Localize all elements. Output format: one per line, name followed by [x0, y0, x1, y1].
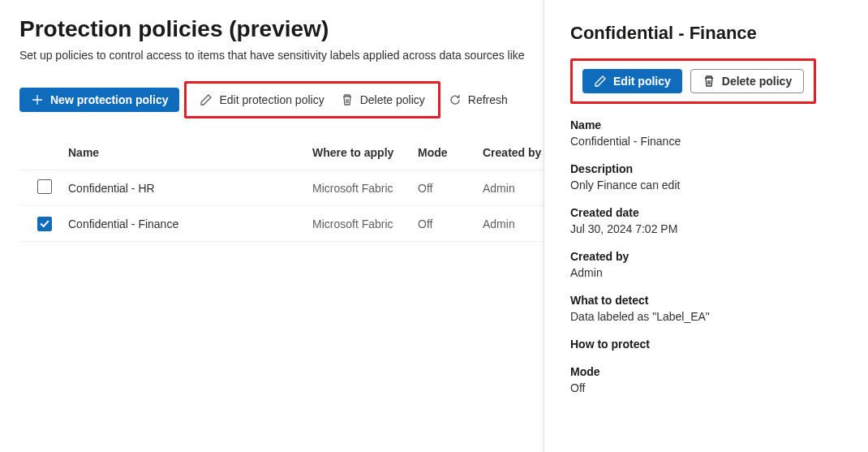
new-policy-button[interactable]: New protection policy [19, 88, 179, 112]
plus-icon [31, 93, 44, 106]
delete-policy-label: Delete policy [360, 93, 425, 106]
row-created-by: Admin [483, 217, 544, 230]
panel-delete-label: Delete policy [722, 75, 792, 88]
row-where: Microsoft Fabric [312, 182, 418, 195]
detail-mode: Mode Off [570, 365, 842, 394]
toolbar: New protection policy Edit protection po… [19, 81, 544, 118]
row-mode: Off [418, 217, 483, 230]
row-created-by: Admin [483, 182, 544, 195]
header-where[interactable]: Where to apply [312, 146, 418, 159]
delete-policy-button[interactable]: Delete policy [333, 88, 433, 111]
detail-value: Only Finance can edit [570, 179, 842, 192]
detail-what-detect: What to detect Data labeled as "Label_EA… [570, 294, 842, 323]
header-mode[interactable]: Mode [418, 146, 483, 159]
table-row[interactable]: Confidential - HR Microsoft Fabric Off A… [19, 170, 544, 206]
detail-value: Confidential - Finance [570, 135, 842, 148]
detail-created-by: Created by Admin [570, 250, 842, 279]
detail-value: Admin [570, 266, 842, 279]
detail-label: Mode [570, 365, 842, 378]
refresh-button[interactable]: Refresh [440, 88, 516, 111]
detail-label: Created by [570, 250, 842, 263]
trash-icon [703, 75, 715, 88]
refresh-icon [449, 93, 462, 106]
page-title: Protection policies (preview) [19, 16, 544, 42]
panel-edit-label: Edit policy [613, 75, 671, 88]
toolbar-highlight: Edit protection policy Delete policy [184, 81, 440, 118]
header-created-by[interactable]: Created by [483, 146, 544, 159]
table-row[interactable]: Confidential - Finance Microsoft Fabric … [19, 206, 544, 242]
row-name: Confidential - Finance [68, 217, 312, 230]
row-checkbox-col [19, 216, 68, 231]
header-name[interactable]: Name [68, 146, 312, 159]
detail-label: What to detect [570, 294, 842, 307]
panel-edit-button[interactable]: Edit policy [582, 69, 682, 93]
table-header-row: Name Where to apply Mode Created by [19, 135, 544, 170]
edit-policy-label: Edit protection policy [219, 93, 324, 106]
detail-how-protect: How to protect [570, 338, 842, 351]
row-mode: Off [418, 182, 483, 195]
detail-name: Name Confidential - Finance [570, 118, 842, 148]
pencil-icon [594, 75, 607, 88]
refresh-label: Refresh [468, 93, 508, 106]
detail-value: Jul 30, 2024 7:02 PM [570, 222, 842, 235]
detail-value: Data labeled as "Label_EA" [570, 310, 842, 323]
details-panel: Confidential - Finance Edit policy Delet… [544, 0, 868, 452]
row-where: Microsoft Fabric [312, 217, 418, 230]
page-description: Set up policies to control access to ite… [19, 49, 544, 62]
panel-title: Confidential - Finance [570, 23, 842, 44]
row-checkbox[interactable] [37, 217, 52, 231]
new-policy-label: New protection policy [50, 93, 168, 106]
pencil-icon [200, 93, 213, 106]
trash-icon [341, 93, 354, 106]
panel-actions-highlight: Edit policy Delete policy [570, 58, 816, 104]
detail-label: How to protect [570, 338, 842, 351]
row-checkbox-col [19, 179, 68, 196]
detail-label: Description [570, 162, 842, 175]
row-checkbox[interactable] [37, 179, 52, 194]
panel-delete-button[interactable]: Delete policy [690, 69, 804, 93]
edit-policy-button[interactable]: Edit protection policy [191, 88, 332, 111]
detail-created-date: Created date Jul 30, 2024 7:02 PM [570, 206, 842, 235]
detail-label: Name [570, 118, 842, 131]
detail-value: Off [570, 381, 842, 394]
detail-description: Description Only Finance can edit [570, 162, 842, 192]
detail-label: Created date [570, 206, 842, 219]
policy-table: Name Where to apply Mode Created by Conf… [19, 135, 544, 242]
row-name: Confidential - HR [68, 182, 312, 195]
main-pane: Protection policies (preview) Set up pol… [0, 0, 544, 452]
